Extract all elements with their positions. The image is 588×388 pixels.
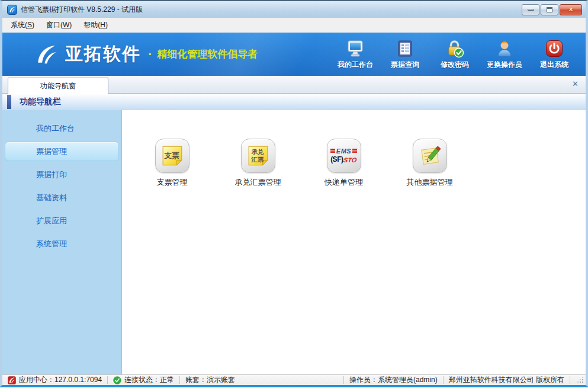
- app-window: 信管飞票据打印软件 V8.5.229 - 试用版 ✕ 系统(S) 窗口(W) 帮…: [0, 0, 588, 387]
- minimize-button[interactable]: [522, 4, 539, 15]
- sidebar-nav: 我的工作台 票据管理 票据打印 基础资料 扩展应用 系统管理: [2, 110, 122, 374]
- toolbar-workbench[interactable]: 我的工作台: [332, 39, 378, 70]
- app-logo-icon: [7, 5, 17, 15]
- menu-system[interactable]: 系统(S): [5, 18, 40, 32]
- sidebar-item-extensions[interactable]: 扩展应用: [5, 211, 119, 230]
- toolbar-exit-system[interactable]: 退出系统: [531, 39, 577, 70]
- note-pencil-icon: [413, 139, 447, 173]
- minimize-icon: [528, 9, 534, 11]
- sidebar-item-bill-printing[interactable]: 票据打印: [5, 165, 119, 184]
- status-account-set: 账套：演示账套: [180, 375, 240, 385]
- close-icon: ✕: [568, 6, 573, 14]
- sidebar-item-workbench[interactable]: 我的工作台: [5, 118, 119, 138]
- express-logos-icon: EMS (SF) STO: [327, 139, 361, 173]
- shortcut-express-form-management[interactable]: EMS (SF) STO 快递单管理: [301, 139, 387, 188]
- lock-check-icon: [445, 39, 465, 59]
- header-toolbar: 我的工作台 票据查询: [332, 33, 577, 76]
- tab-strip: 功能导航窗 ✕: [2, 76, 586, 94]
- sidebar-item-basic-data[interactable]: 基础资料: [5, 188, 119, 207]
- power-icon: [544, 39, 564, 59]
- toolbar-change-password[interactable]: 修改密码: [432, 39, 478, 70]
- status-app-center: 应用中心：127.0.0.1:7094: [2, 375, 107, 385]
- nav-banner: 功能导航栏: [2, 94, 586, 110]
- resize-grip[interactable]: [570, 375, 586, 385]
- brand-header: 亚拓软件 · 精细化管理软件倡导者 我的工作台: [2, 33, 586, 76]
- svg-text:支票: 支票: [163, 152, 179, 160]
- shortcut-other-bills-management[interactable]: 其他票据管理: [387, 139, 473, 188]
- brand-name: 亚拓软件: [65, 42, 141, 66]
- brand-logo: 亚拓软件 · 精细化管理软件倡导者: [33, 41, 258, 68]
- operator-person-icon: [494, 39, 515, 59]
- banner-accent-bar: [7, 95, 11, 109]
- menu-bar: 系统(S) 窗口(W) 帮助(H): [2, 18, 586, 33]
- toolbar-switch-operator[interactable]: 更换操作员: [481, 39, 528, 70]
- sidebar-item-system-management[interactable]: 系统管理: [5, 234, 119, 254]
- cheque-note-icon: 支票: [155, 139, 189, 173]
- acceptance-note-icon: 承兑 汇票: [241, 139, 275, 173]
- bill-list-icon: [395, 39, 415, 59]
- status-operator: 操作员：系统管理员(admin): [344, 375, 443, 385]
- app-center-icon: [8, 376, 16, 384]
- status-copyright: 郑州亚拓软件科技有限公司 版权所有: [444, 375, 570, 385]
- title-bar: 信管飞票据打印软件 V8.5.229 - 试用版 ✕: [2, 1, 586, 18]
- status-bar: 应用中心：127.0.0.1:7094 连接状态：正常 账套：演示账套 操作员：…: [2, 374, 586, 385]
- brand-separator: ·: [148, 47, 152, 62]
- menu-window[interactable]: 窗口(W): [40, 18, 78, 32]
- status-connection: 连接状态：正常: [108, 375, 179, 385]
- monitor-icon: [345, 39, 365, 59]
- svg-text:承兑: 承兑: [250, 148, 264, 155]
- maximize-icon: [547, 7, 552, 12]
- svg-text:汇票: 汇票: [250, 156, 264, 163]
- maximize-button[interactable]: [541, 4, 558, 15]
- shortcut-acceptance-bill-management[interactable]: 承兑 汇票 承兑汇票管理: [215, 139, 301, 188]
- brand-swoosh-icon: [33, 41, 59, 68]
- brand-slogan: 精细化管理软件倡导者: [157, 47, 258, 61]
- close-tab-icon[interactable]: ✕: [572, 80, 579, 88]
- connection-ok-icon: [113, 376, 121, 384]
- main-panel: 支票 支票管理 承兑 汇票 承兑汇票管理: [122, 110, 586, 374]
- tab-function-nav[interactable]: 功能导航窗: [8, 78, 108, 94]
- menu-help[interactable]: 帮助(H): [78, 18, 114, 32]
- sidebar-item-bill-management[interactable]: 票据管理: [5, 142, 119, 161]
- close-button[interactable]: ✕: [560, 4, 582, 15]
- toolbar-bill-query[interactable]: 票据查询: [382, 39, 428, 70]
- shortcut-cheque-management[interactable]: 支票 支票管理: [129, 139, 215, 188]
- banner-title: 功能导航栏: [20, 97, 61, 107]
- window-title: 信管飞票据打印软件 V8.5.229 - 试用版: [21, 5, 143, 15]
